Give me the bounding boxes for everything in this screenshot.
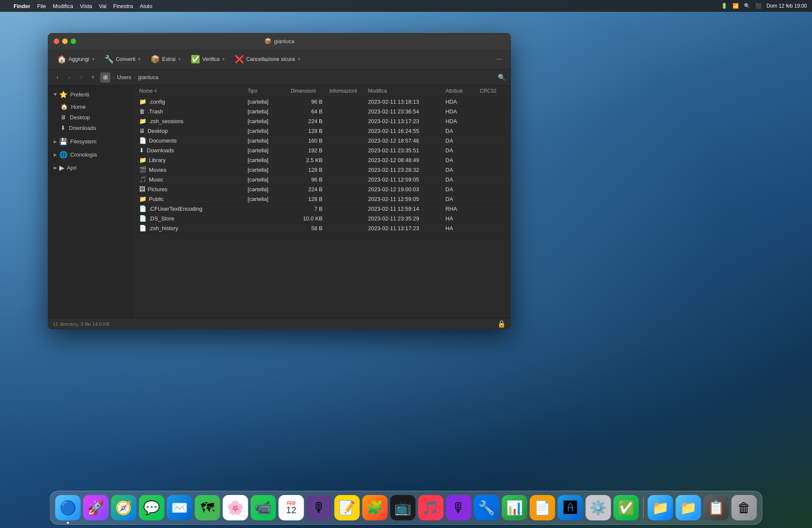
file-info — [326, 126, 365, 136]
menubar-file[interactable]: File — [37, 3, 46, 9]
dock-maps[interactable]: 🗺 — [195, 495, 220, 520]
minimize-button[interactable] — [62, 38, 68, 44]
table-row[interactable]: 📁 Library [cartella] 2.5 KB 2023-02-12 0… — [132, 155, 511, 165]
file-icon: 📁 — [139, 98, 146, 105]
dock-taska[interactable]: ✅ — [614, 495, 639, 520]
table-row[interactable]: 📁 Public [cartella] 128 B 2023-02-11 12:… — [132, 194, 511, 204]
file-mod: 2023-02-11 16:24:55 — [365, 126, 442, 136]
estrai-button[interactable]: 📦 Estrai ▾ — [146, 52, 185, 66]
table-row[interactable]: 🖼 Pictures [cartella] 224 B 2023-02-12 1… — [132, 184, 511, 194]
aggiungi-button[interactable]: 🏠 Aggiungi ▾ — [53, 52, 99, 66]
dock-numbers[interactable]: 📊 — [502, 495, 527, 520]
file-dim: 10.0 KB — [287, 214, 326, 223]
dock-music[interactable]: 🎵 — [418, 495, 444, 520]
dock-configurator[interactable]: 🔧 — [474, 495, 499, 520]
file-name-cell: 📄 .zsh_history — [132, 223, 244, 233]
cancellazione-chevron: ▾ — [298, 57, 300, 61]
table-row[interactable]: 🎵 Music [cartella] 96 B 2023-02-11 12:59… — [132, 175, 511, 184]
sidebar-cronologia-header[interactable]: ▶ 🌐 Cronologia — [49, 149, 130, 160]
col-header-attributi[interactable]: Attributi — [442, 85, 476, 97]
table-row[interactable]: 📁 .zsh_sessions [cartella] 224 B 2023-02… — [132, 116, 511, 126]
dock-clipboard[interactable]: 📋 — [704, 495, 729, 520]
sidebar-item-desktop[interactable]: 🖥 Desktop — [49, 112, 130, 122]
close-button[interactable] — [54, 38, 59, 44]
dock-launchpad[interactable]: 🚀 — [83, 495, 109, 520]
main-content: ▶ ⭐ Preferiti 🏠 Home 🖥 Desktop — [48, 85, 511, 318]
dock-photos[interactable]: 🌸 — [223, 495, 248, 520]
dock-appstore[interactable]: 🅰 — [558, 495, 583, 520]
sidebar-item-home[interactable]: 🏠 Home — [49, 102, 130, 112]
dock-trash[interactable]: 🗑 — [732, 495, 757, 520]
sidebar-item-downloads[interactable]: ⬇ Downloads — [49, 123, 130, 133]
view-columns-button[interactable]: ⊞ — [100, 72, 110, 82]
file-name: Library — [149, 157, 166, 163]
table-row[interactable]: 📄 Documents [cartella] 160 B 2023-02-12 … — [132, 136, 511, 146]
col-header-tipo[interactable]: Tipo — [244, 85, 287, 97]
path-gianluca[interactable]: gianluca — [138, 74, 158, 80]
dock-podcasts[interactable]: 🎙 — [446, 495, 472, 520]
dock-calendar[interactable]: FEB 12 — [279, 495, 304, 520]
file-name-cell: 🎵 Music — [132, 175, 244, 184]
dock-notes[interactable]: 📝 — [335, 495, 360, 520]
file-crc — [477, 97, 511, 107]
verifica-button[interactable]: ✅ Verifica ▾ — [187, 52, 229, 66]
search-icon[interactable]: 🔍 — [744, 3, 750, 9]
sidebar-apri-header[interactable]: ▶ ▶ Apri — [49, 162, 130, 173]
file-info — [326, 165, 365, 175]
dock-safari[interactable]: 🧭 — [111, 495, 137, 520]
menubar-aiuto[interactable]: Aiuto — [140, 3, 153, 9]
cancellazione-button[interactable]: ❌ Cancellazione sicura ▾ — [230, 52, 304, 66]
screen-icon[interactable]: ⬛ — [755, 3, 762, 9]
file-tipo: [cartella] — [244, 165, 287, 175]
menubar-finestra[interactable]: Finestra — [113, 3, 133, 9]
pathbar-search-icon[interactable]: 🔍 — [498, 74, 506, 81]
table-row[interactable]: 📄 .zsh_history 58 B 2023-02-11 13:17:23 … — [132, 223, 511, 233]
sidebar-preferiti-header[interactable]: ▶ ⭐ Preferiti — [49, 89, 130, 100]
nav-dropdown-button[interactable]: ▾ — [88, 73, 98, 82]
dock-mindnode[interactable]: 🧩 — [362, 495, 388, 520]
dock-folder-2[interactable]: 📁 — [676, 495, 701, 520]
nav-back-button[interactable]: ‹ — [53, 73, 62, 82]
table-row[interactable]: 🖥 Desktop [cartella] 128 B 2023-02-11 16… — [132, 126, 511, 136]
converti-button[interactable]: 🔧 Converti ▾ — [100, 52, 145, 66]
table-row[interactable]: 📁 .config [cartella] 96 B 2023-02-11 13:… — [132, 97, 511, 107]
table-row[interactable]: 🎬 Movies [cartella] 128 B 2023-02-11 23:… — [132, 165, 511, 175]
table-row[interactable]: 📄 .DS_Store 10.0 KB 2023-02-11 23:35:29 … — [132, 214, 511, 223]
file-icon: 🖥 — [139, 127, 145, 134]
file-name: Documents — [149, 138, 177, 144]
menubar-modifica[interactable]: Modifica — [53, 3, 73, 9]
dock-messages[interactable]: 💬 — [139, 495, 165, 520]
path-users[interactable]: Users — [117, 74, 132, 80]
nav-forward-button[interactable]: › — [65, 73, 74, 82]
col-header-informazioni[interactable]: Informazioni — [326, 85, 365, 97]
dock-appletv[interactable]: 📺 — [390, 495, 416, 520]
table-row[interactable]: 📄 .CFUserTextEncoding 7 B 2023-02-11 12:… — [132, 204, 511, 214]
menubar-left: Finder File Modifica Vista Vai Finestra … — [5, 3, 152, 9]
nav-up-button[interactable]: ↑ — [77, 73, 86, 82]
dock-mail[interactable]: ✉️ — [167, 495, 192, 520]
col-header-nome[interactable]: Nome < — [132, 85, 244, 97]
file-name: .config — [149, 99, 165, 105]
file-info — [326, 214, 365, 223]
sidebar-filesystem-header[interactable]: ▶ 💾 Filesystem — [49, 136, 130, 147]
col-header-dimensioni[interactable]: Dimensioni — [287, 85, 326, 97]
table-row[interactable]: ⬇ Downloads [cartella] 192 B 2023-02-11 … — [132, 146, 511, 155]
file-crc — [477, 146, 511, 155]
table-row[interactable]: 🗑 .Trash [cartella] 64 B 2023-02-11 23:3… — [132, 107, 511, 116]
dock-folder-1[interactable]: 📁 — [648, 495, 673, 520]
dock-facetime[interactable]: 📹 — [251, 495, 276, 520]
file-name-cell: 🖼 Pictures — [132, 184, 244, 194]
menubar-vista[interactable]: Vista — [80, 3, 92, 9]
dock-preferences[interactable]: ⚙️ — [586, 495, 611, 520]
dock-pages[interactable]: 📄 — [530, 495, 555, 520]
dock-podcasts-app[interactable]: 🎙 — [307, 495, 332, 520]
file-mod: 2023-02-12 08:48:49 — [365, 155, 442, 165]
menubar-app-name[interactable]: Finder — [14, 3, 30, 9]
more-button[interactable]: ··· — [493, 53, 506, 65]
menubar-vai[interactable]: Vai — [99, 3, 107, 9]
maximize-button[interactable] — [71, 38, 76, 44]
dock-finder[interactable]: 🔵 — [55, 495, 81, 520]
col-header-crc32[interactable]: CRC32 — [477, 85, 511, 97]
file-tipo: [cartella] — [244, 184, 287, 194]
col-header-modifica[interactable]: Modifica — [365, 85, 442, 97]
